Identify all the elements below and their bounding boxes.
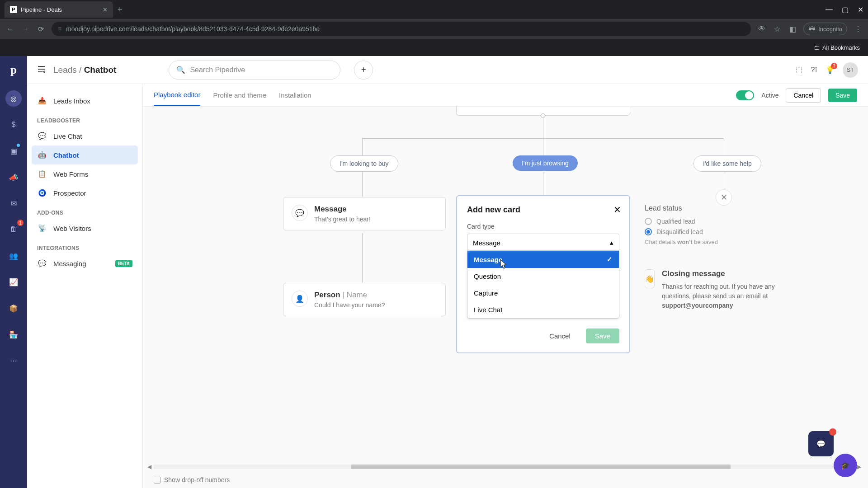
card-body: Could I have your name? bbox=[292, 301, 437, 309]
dropdown-option-capture[interactable]: Capture bbox=[467, 285, 619, 301]
save-button[interactable]: Save bbox=[828, 89, 857, 102]
sidebar-item-live-chat[interactable]: 💬 Live Chat bbox=[32, 127, 138, 145]
pipedrive-logo-icon[interactable]: p bbox=[10, 63, 17, 77]
tab-profile-theme[interactable]: Profile and theme bbox=[213, 85, 266, 105]
scrollbar-track[interactable] bbox=[154, 465, 857, 469]
search-icon: 🔍 bbox=[176, 66, 185, 74]
help-icon[interactable]: ?⃝ bbox=[811, 66, 817, 74]
card-title: Person | Name bbox=[292, 291, 437, 300]
tab-title: Pipeline - Deals bbox=[21, 6, 62, 13]
app-rail: p ◎ $ ▣ 📣 ✉ 1🗓 👥 📈 📦 🏪 ⋯ bbox=[0, 56, 27, 488]
bookmarks-label: All Bookmarks bbox=[822, 44, 860, 51]
rail-leads-icon[interactable]: ◎ bbox=[5, 90, 22, 107]
message-icon: 💬 bbox=[292, 205, 308, 221]
extensions-icon[interactable]: ⬚ bbox=[796, 66, 802, 74]
nav-forward-icon: → bbox=[21, 25, 30, 33]
sidepanel-icon[interactable]: ◧ bbox=[788, 25, 797, 33]
modal-save-button[interactable]: Save bbox=[586, 328, 619, 343]
rail-projects-icon[interactable]: ▣ bbox=[5, 143, 22, 159]
site-info-icon[interactable]: ≡ bbox=[58, 25, 61, 33]
dropdown-option-message[interactable]: Message ✓ bbox=[467, 251, 619, 268]
person-card[interactable]: 👤 Person | Name Could I have your name? bbox=[283, 283, 446, 316]
sidebar-item-chatbot[interactable]: 🤖 Chatbot bbox=[32, 145, 138, 164]
tab-close-icon[interactable]: ✕ bbox=[103, 6, 108, 13]
horizontal-scrollbar[interactable]: ◀ ▶ bbox=[147, 464, 863, 470]
rail-more-icon[interactable]: ⋯ bbox=[5, 352, 22, 369]
wave-icon: 👋 bbox=[645, 269, 655, 288]
closing-body: Thanks for reaching out. If you have any… bbox=[662, 282, 798, 310]
sidebar-item-prospector[interactable]: 🧿 Prospector bbox=[32, 183, 138, 202]
rail-insights-icon[interactable]: 📈 bbox=[5, 274, 22, 290]
tab-playbook-editor[interactable]: Playbook editor bbox=[154, 84, 200, 106]
sidebar-item-web-visitors[interactable]: 📡 Web Visitors bbox=[32, 219, 138, 238]
card-type-select[interactable]: Message ▴ bbox=[467, 234, 619, 252]
browser-tab[interactable]: P Pipeline - Deals ✕ bbox=[5, 1, 113, 18]
quick-add-button[interactable]: + bbox=[354, 61, 373, 80]
nav-reload-icon[interactable]: ⟳ bbox=[36, 25, 45, 33]
rail-activities-icon[interactable]: 1🗓 bbox=[5, 221, 22, 238]
url-field[interactable]: ≡ moodjoy.pipedrive.com/leads/chatbot/pl… bbox=[52, 22, 751, 36]
dropdown-option-live-chat[interactable]: Live Chat bbox=[467, 301, 619, 318]
help-fab[interactable]: 🎓 bbox=[834, 454, 857, 477]
nav-back-icon[interactable]: ← bbox=[5, 25, 14, 33]
sidebar-toggle-icon[interactable] bbox=[37, 65, 46, 75]
scroll-left-icon[interactable]: ◀ bbox=[147, 464, 154, 470]
modal-cancel-button[interactable]: Cancel bbox=[540, 328, 580, 343]
new-tab-button[interactable]: + bbox=[118, 5, 123, 14]
sidebar-item-web-forms[interactable]: 📋 Web Forms bbox=[32, 164, 138, 183]
connector-line bbox=[543, 138, 543, 156]
scrollbar-thumb[interactable] bbox=[351, 465, 731, 469]
search-input[interactable]: 🔍 Search Pipedrive bbox=[169, 61, 340, 80]
all-bookmarks-button[interactable]: 🗀 All Bookmarks bbox=[814, 44, 860, 51]
modal-close-icon[interactable]: ✕ bbox=[613, 204, 621, 215]
browser-menu-icon[interactable]: ⋮ bbox=[854, 25, 863, 33]
bookmark-star-icon[interactable]: ☆ bbox=[773, 25, 782, 33]
sidebar-label: Chatbot bbox=[53, 151, 79, 159]
rail-products-icon[interactable]: 📦 bbox=[5, 300, 22, 316]
incognito-icon: 🕶 bbox=[808, 25, 816, 33]
cancel-button[interactable]: Cancel bbox=[786, 88, 821, 103]
live-chat-widget[interactable]: 💬 bbox=[808, 431, 834, 456]
sidebar-item-messaging[interactable]: 💬 Messaging BETA bbox=[32, 254, 138, 273]
card-title: Message bbox=[292, 205, 437, 214]
closing-message-card[interactable]: 👋 Closing message Thanks for reaching ou… bbox=[645, 269, 798, 310]
rail-contacts-icon[interactable]: 👥 bbox=[5, 248, 22, 264]
scroll-right-icon[interactable]: ▶ bbox=[857, 464, 863, 470]
radar-icon: 📡 bbox=[37, 223, 47, 233]
choice-need-help[interactable]: I'd like some help bbox=[693, 155, 761, 172]
rail-campaigns-icon[interactable]: 📣 bbox=[5, 169, 22, 185]
window-close-icon[interactable]: ✕ bbox=[858, 5, 863, 14]
incognito-label: Incognito bbox=[818, 26, 842, 33]
checkbox-icon bbox=[154, 477, 160, 483]
sidebar-item-leads-inbox[interactable]: 📥 Leads Inbox bbox=[32, 91, 138, 110]
card-body: That's great to hear! bbox=[292, 216, 437, 223]
choice-looking-to-buy[interactable]: I'm looking to buy bbox=[330, 155, 398, 172]
dropdown-option-question[interactable]: Question bbox=[467, 268, 619, 285]
rail-marketplace-icon[interactable]: 🏪 bbox=[5, 326, 22, 343]
window-maximize-icon[interactable]: ▢ bbox=[842, 5, 849, 14]
choice-just-browsing[interactable]: I'm just browsing bbox=[513, 155, 578, 171]
window-minimize-icon[interactable]: — bbox=[826, 5, 833, 14]
sidebar-label: Messaging bbox=[53, 260, 86, 267]
tips-bulb-icon[interactable]: 💡? bbox=[826, 66, 835, 74]
message-card[interactable]: 💬 Message That's great to hear! bbox=[283, 197, 446, 230]
playbook-canvas[interactable]: I'm looking to buy I'm just browsing I'd… bbox=[143, 107, 868, 488]
incognito-eye-icon[interactable]: 👁 bbox=[757, 25, 766, 33]
branch-close-button[interactable]: ✕ bbox=[716, 189, 732, 206]
active-toggle[interactable] bbox=[736, 90, 754, 100]
avatar[interactable]: ST bbox=[843, 62, 858, 78]
select-value: Message bbox=[473, 239, 500, 247]
card-type-dropdown: Message ✓ Question Capture Live Chat bbox=[467, 250, 619, 319]
sidebar-label: Live Chat bbox=[53, 132, 82, 140]
closing-title: Closing message bbox=[662, 269, 798, 278]
radio-disqualified-lead[interactable]: Disqualified lead bbox=[645, 228, 718, 235]
dropoff-toggle[interactable]: Show drop-off numbers bbox=[154, 476, 230, 483]
sidebar-section-leadbooster: LEADBOOSTER bbox=[32, 110, 138, 127]
connector-line bbox=[543, 172, 543, 196]
rail-mail-icon[interactable]: ✉ bbox=[5, 195, 22, 211]
rail-deals-icon[interactable]: $ bbox=[5, 117, 22, 133]
crumb-root[interactable]: Leads bbox=[53, 65, 77, 75]
tab-installation[interactable]: Installation bbox=[279, 85, 311, 105]
connector-line bbox=[543, 116, 543, 138]
radio-qualified-lead[interactable]: Qualified lead bbox=[645, 218, 718, 225]
